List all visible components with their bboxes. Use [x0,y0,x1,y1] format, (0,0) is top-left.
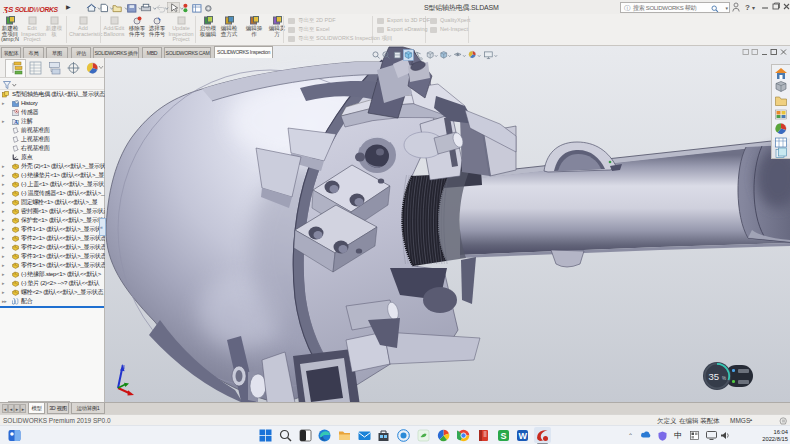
svg-text:%: % [722,376,726,381]
svg-text:35: 35 [709,371,720,382]
svg-text:?: ? [745,3,750,12]
svg-text:S: S [501,431,507,441]
svg-text:▾: ▾ [752,5,755,11]
svg-text:A: A [14,119,18,125]
svg-text:W: W [519,431,528,441]
